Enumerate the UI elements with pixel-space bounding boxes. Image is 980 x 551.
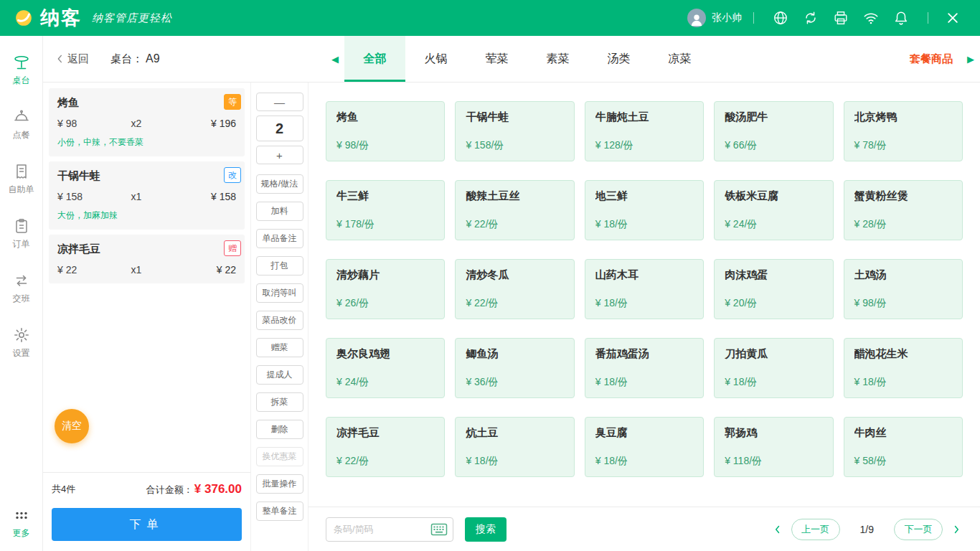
qty-plus-button[interactable]: + [256,146,303,164]
menu-item-card[interactable]: 刀拍黄瓜 ¥ 18/份 [714,338,833,398]
menu-item-card[interactable]: 酸汤肥牛 ¥ 66/份 [714,101,833,161]
action-button[interactable]: 提成人 [256,365,303,385]
menu-item-card[interactable]: 牛三鲜 ¥ 178/份 [326,180,445,240]
tabs-prev-icon[interactable]: ◀ [326,54,344,65]
content: 等 烤鱼 ¥ 98 x2 ¥ 196 小份，中辣，不要香菜 [43,83,980,551]
action-button[interactable]: 菜品改价 [256,311,303,330]
qty-minus-button[interactable]: — [256,93,303,111]
combo-products-link[interactable]: 套餐商品 [901,52,961,66]
menu-item-card[interactable]: 蟹黄粉丝煲 ¥ 28/份 [844,180,963,240]
sync-icon[interactable] [803,10,819,26]
menu-item-name: 奥尔良鸡翅 [336,347,434,361]
menu-item-card[interactable]: 醋泡花生米 ¥ 18/份 [844,338,963,398]
sidebar-item-settings[interactable]: 设置 [0,316,42,370]
menu-item-name: 干锅牛蛙 [466,110,563,124]
total-amount: ¥ 376.00 [194,482,242,496]
clear-cart-button[interactable]: 清空 [55,409,89,443]
menu-item-card[interactable]: 清炒冬瓜 ¥ 22/份 [455,259,574,319]
close-icon[interactable] [946,11,960,25]
table-label: 桌台：A9 [110,52,326,66]
action-button[interactable]: 取消等叫 [256,283,303,303]
user-chip[interactable]: 张小帅 [687,9,742,27]
brand-logo: 纳客 纳客管店更轻松 [13,5,172,31]
cart-panel: 等 烤鱼 ¥ 98 x2 ¥ 196 小份，中辣，不要香菜 [43,83,251,551]
menu-item-card[interactable]: 番茄鸡蛋汤 ¥ 18/份 [585,338,704,398]
menu-item-card[interactable]: 牛腩炖土豆 ¥ 128/份 [585,101,704,161]
printer-icon[interactable] [833,10,849,26]
menu-item-price: ¥ 66/份 [725,139,822,152]
wifi-icon[interactable] [863,10,879,26]
cart-item[interactable]: 赠 凉拌毛豆 ¥ 22 x1 ¥ 22 [49,235,245,283]
action-button[interactable]: 换优惠菜 [256,447,303,466]
menu-item-card[interactable]: 鲫鱼汤 ¥ 36/份 [455,338,574,398]
topbar: 纳客 纳客管店更轻松 张小帅 [0,0,980,36]
action-button[interactable]: 赠菜 [256,338,303,357]
menu-item-card[interactable]: 干锅牛蛙 ¥ 158/份 [455,101,574,161]
table-icon [13,54,30,71]
total-label: 合计金额： [146,484,193,496]
category-tab[interactable]: 全部 [344,36,405,82]
page-prev-chevron-icon[interactable] [771,523,784,536]
menu-item-card[interactable]: 土鸡汤 ¥ 98/份 [844,259,963,319]
keyboard-icon[interactable] [430,523,448,536]
category-tab[interactable]: 凉菜 [649,36,710,82]
tabs-next-icon[interactable]: ▶ [961,54,980,65]
category-tab[interactable]: 火锅 [405,36,466,82]
menu-item-name: 蟹黄粉丝煲 [854,189,952,203]
menu-item-card[interactable]: 酸辣土豆丝 ¥ 22/份 [455,180,574,240]
menu-item-card[interactable]: 凉拌毛豆 ¥ 22/份 [326,417,445,477]
action-button[interactable]: 批量操作 [256,474,303,494]
cart-item[interactable]: 改 干锅牛蛙 ¥ 158 x1 ¥ 158 大份，加麻加辣 [49,161,245,230]
prev-page-button[interactable]: 上一页 [791,519,840,540]
menu-item-card[interactable]: 山药木耳 ¥ 18/份 [585,259,704,319]
sidebar-item-order[interactable]: 点餐 [0,98,42,152]
menu-item-name: 清炒冬瓜 [466,268,563,282]
bell-icon[interactable] [893,10,909,26]
menu-item-price: ¥ 58/份 [854,455,952,468]
sidebar-item-tables[interactable]: 桌台 [0,43,42,98]
menu-item-name: 山药木耳 [595,268,693,282]
place-order-button[interactable]: 下单 [52,508,242,541]
sidebar-item-orders[interactable]: 订单 [0,207,42,261]
page-next-chevron-icon[interactable] [950,523,963,536]
menu-item-card[interactable]: 奥尔良鸡翅 ¥ 24/份 [326,338,445,398]
menu-item-card[interactable]: 炕土豆 ¥ 18/份 [455,417,574,477]
cart-item-name: 凉拌毛豆 [57,242,236,256]
menu-item-card[interactable]: 地三鲜 ¥ 18/份 [585,180,704,240]
menu-item-card[interactable]: 烤鱼 ¥ 98/份 [326,101,445,161]
action-button[interactable]: 单品备注 [256,229,303,248]
cart-item-badge: 等 [224,94,241,110]
cart-item-note: 大份，加麻加辣 [57,209,236,222]
menu-item-card[interactable]: 清炒藕片 ¥ 26/份 [326,259,445,319]
menu-item-card[interactable]: 肉沫鸡蛋 ¥ 20/份 [714,259,833,319]
action-button[interactable]: 拆菜 [256,392,303,412]
globe-icon[interactable] [773,10,788,26]
menu-item-card[interactable]: 铁板米豆腐 ¥ 24/份 [714,180,833,240]
menu-item-price: ¥ 178/份 [336,218,434,231]
cart-item-price: ¥ 22 [57,264,131,276]
action-button[interactable]: 加料 [256,202,303,221]
sidebar-item-selfservice[interactable]: 自助单 [0,152,42,207]
body: 桌台 点餐 自助单 订单 交班 设置 [0,36,980,551]
category-tab[interactable]: 汤类 [588,36,649,82]
menu-item-price: ¥ 18/份 [595,376,693,389]
action-button[interactable]: 整单备注 [256,501,303,521]
menu-item-card[interactable]: 臭豆腐 ¥ 18/份 [585,417,704,477]
action-button[interactable]: 打包 [256,256,303,276]
menu-item-card[interactable]: 北京烤鸭 ¥ 78/份 [844,101,963,161]
cart-item[interactable]: 等 烤鱼 ¥ 98 x2 ¥ 196 小份，中辣，不要香菜 [49,88,245,156]
sidebar-item-shift[interactable]: 交班 [0,261,42,316]
action-button[interactable]: 规格/做法 [256,174,303,194]
category-tabs: 全部 火锅 荤菜 素菜 汤类 凉菜 [344,36,710,82]
search-button[interactable]: 搜索 [465,517,507,542]
action-button[interactable]: 删除 [256,420,303,439]
category-tab[interactable]: 素菜 [527,36,588,82]
topbar-actions: 张小帅 [687,9,967,27]
back-button[interactable]: 返回 [43,52,95,66]
next-page-button[interactable]: 下一页 [894,519,943,540]
menu-item-card[interactable]: 郭扬鸡 ¥ 118/份 [714,417,833,477]
menu-item-card[interactable]: 牛肉丝 ¥ 58/份 [844,417,963,477]
category-tab[interactable]: 荤菜 [466,36,527,82]
cart-item-qty: x2 [131,118,184,129]
sidebar-item-more[interactable]: 更多 [0,496,42,551]
